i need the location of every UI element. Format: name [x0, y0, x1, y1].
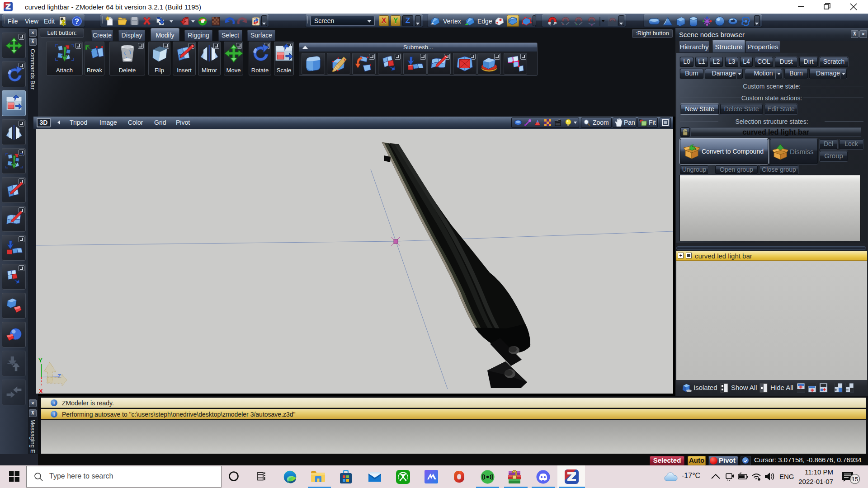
- svg-text:?: ?: [75, 17, 79, 26]
- svg-text:Y: Y: [38, 357, 42, 364]
- svg-text:15: 15: [852, 476, 858, 483]
- svg-text:X: X: [39, 388, 43, 394]
